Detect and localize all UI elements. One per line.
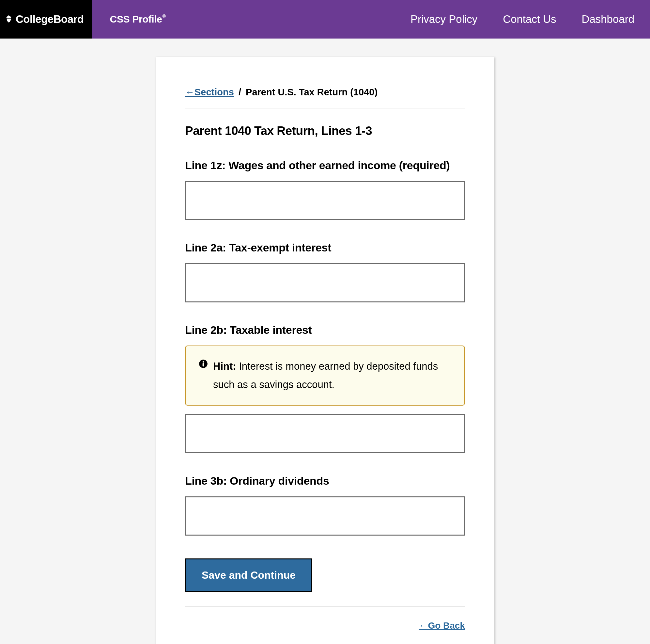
- line1z-label: Line 1z: Wages and other earned income (…: [185, 156, 465, 174]
- field-line2a: Line 2a: Tax-exempt interest: [185, 238, 465, 321]
- line3b-input[interactable]: [185, 497, 465, 536]
- go-back-row: ←Go Back: [185, 620, 465, 631]
- line2b-label: Line 2b: Taxable interest: [185, 321, 465, 339]
- go-back-link[interactable]: ←Go Back: [419, 620, 465, 631]
- nav-privacy-policy[interactable]: Privacy Policy: [410, 13, 477, 26]
- hint-text: Hint: Interest is money earned by deposi…: [213, 357, 451, 394]
- line3b-label: Line 3b: Ordinary dividends: [185, 472, 465, 490]
- breadcrumb-sections-link[interactable]: ←Sections: [185, 87, 234, 97]
- breadcrumb: ←Sections / Parent U.S. Tax Return (1040…: [185, 87, 465, 108]
- nav-contact-us[interactable]: Contact Us: [503, 13, 556, 26]
- collegeboard-text: CollegeBoard: [16, 13, 84, 26]
- field-line1z: Line 1z: Wages and other earned income (…: [185, 156, 465, 238]
- nav-dashboard[interactable]: Dashboard: [582, 13, 634, 26]
- form-card: ←Sections / Parent U.S. Tax Return (1040…: [156, 57, 494, 644]
- breadcrumb-separator: /: [239, 87, 241, 97]
- line2b-input[interactable]: [185, 414, 465, 453]
- breadcrumb-current: Parent U.S. Tax Return (1040): [246, 87, 377, 97]
- save-and-continue-button[interactable]: Save and Continue: [185, 558, 312, 592]
- line2a-label: Line 2a: Tax-exempt interest: [185, 238, 465, 257]
- field-line3b: Line 3b: Ordinary dividends: [185, 472, 465, 554]
- field-line2b: Line 2b: Taxable interest Hint: Interest…: [185, 321, 465, 472]
- svg-rect-2: [203, 363, 204, 367]
- svg-point-1: [203, 361, 204, 363]
- css-profile-brand[interactable]: CSS Profile®: [110, 14, 166, 25]
- header-nav: Privacy Policy Contact Us Dashboard: [410, 13, 650, 26]
- info-icon: [199, 359, 208, 368]
- footer-divider: [185, 606, 465, 607]
- collegeboard-logo[interactable]: CollegeBoard: [0, 0, 92, 38]
- line2a-input[interactable]: [185, 263, 465, 302]
- line1z-input[interactable]: [185, 181, 465, 220]
- hint-label: Hint:: [213, 361, 236, 372]
- app-header: CollegeBoard CSS Profile® Privacy Policy…: [0, 0, 650, 38]
- line2b-hint: Hint: Interest is money earned by deposi…: [185, 345, 465, 406]
- page-title: Parent 1040 Tax Return, Lines 1-3: [185, 124, 465, 138]
- acorn-icon: [5, 15, 13, 24]
- hint-body: Interest is money earned by deposited fu…: [213, 361, 438, 390]
